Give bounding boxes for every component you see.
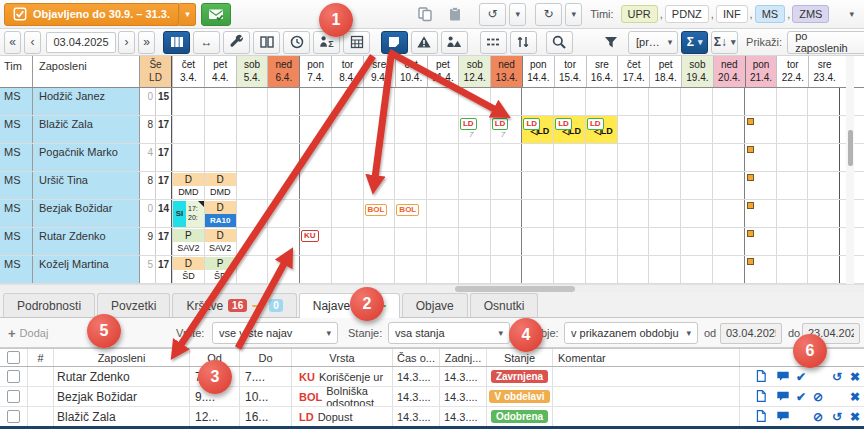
counters-table-button[interactable] xyxy=(343,31,370,54)
schedule-cell[interactable] xyxy=(521,172,553,199)
team-tag-inf[interactable]: INF xyxy=(716,5,748,23)
schedule-cell[interactable] xyxy=(236,144,268,171)
schedule-cell[interactable]: DDMD xyxy=(172,172,204,199)
schedule-cell[interactable] xyxy=(394,172,426,199)
schedule-cell[interactable] xyxy=(172,144,204,171)
schedule-cell[interactable] xyxy=(490,88,522,115)
document-icon[interactable] xyxy=(755,389,768,406)
last-page-button[interactable]: » xyxy=(138,31,155,54)
schedule-cell[interactable]: LD7 xyxy=(458,116,490,143)
schedule-cell[interactable] xyxy=(363,116,395,143)
schedule-cell[interactable] xyxy=(267,116,299,143)
revert-icon[interactable]: ↺ xyxy=(832,369,842,385)
split-columns-button[interactable] xyxy=(253,31,280,54)
filter-icon[interactable] xyxy=(598,31,625,54)
schedule-cell[interactable] xyxy=(299,200,331,227)
tab-podrobnosti[interactable]: Podrobnosti xyxy=(3,293,95,317)
schedule-cell[interactable] xyxy=(712,172,744,199)
approve-check-icon[interactable]: ✔ xyxy=(796,369,806,385)
schedule-cell[interactable] xyxy=(267,172,299,199)
schedule-cell[interactable] xyxy=(807,256,839,283)
schedule-cell[interactable] xyxy=(490,228,522,255)
day-header[interactable]: sob19.4. xyxy=(681,56,713,87)
schedule-cell[interactable] xyxy=(394,88,426,115)
schedule-cell[interactable] xyxy=(585,228,617,255)
horizontal-scrollbar[interactable] xyxy=(0,284,864,292)
bol-najava-badge[interactable]: BOL xyxy=(396,204,419,216)
schedule-cell[interactable] xyxy=(236,116,268,143)
schedule-cell[interactable] xyxy=(363,228,395,255)
day-header[interactable]: sre9.4. xyxy=(363,56,395,87)
schedule-cell[interactable] xyxy=(363,88,395,115)
day-header[interactable]: sre16.4. xyxy=(586,56,618,87)
schedule-cell[interactable] xyxy=(426,256,458,283)
schedule-cell[interactable]: DRA10 xyxy=(204,200,236,227)
expand-width-button[interactable]: ↔ xyxy=(193,31,220,54)
day-header[interactable]: pon14.4. xyxy=(522,56,554,87)
schedule-cell[interactable] xyxy=(648,256,680,283)
send-notifications-button[interactable] xyxy=(201,3,231,26)
vertical-scrollbar[interactable] xyxy=(846,56,854,284)
schedule-cell[interactable] xyxy=(712,144,744,171)
schedule-cell[interactable] xyxy=(267,144,299,171)
team-tag-zms[interactable]: ZMS xyxy=(792,5,829,23)
block-icon[interactable]: ⊘ xyxy=(813,409,823,425)
vertical-scrollbar-thumb[interactable] xyxy=(848,130,853,166)
add-najava-button[interactable]: + Dodaj xyxy=(8,322,48,344)
schedule-cell[interactable] xyxy=(807,200,839,227)
tab-najave[interactable]: Najave3 xyxy=(299,293,400,318)
schedule-cell[interactable] xyxy=(363,172,395,199)
schedule-cell[interactable] xyxy=(267,256,299,283)
day-header[interactable]: čet3.4. xyxy=(172,56,204,87)
schedule-cell[interactable] xyxy=(553,200,585,227)
schedule-cell[interactable] xyxy=(299,88,331,115)
schedule-cell[interactable] xyxy=(394,144,426,171)
schedule-cell[interactable] xyxy=(585,256,617,283)
schedule-cell[interactable]: BOL xyxy=(394,200,426,227)
schedule-cell[interactable] xyxy=(490,256,522,283)
employee-name-cell[interactable]: Rutar Zdenko xyxy=(33,228,140,255)
schedule-cell[interactable]: LD◁LD xyxy=(521,116,553,143)
document-icon[interactable] xyxy=(755,409,768,426)
day-header[interactable]: čet10.4. xyxy=(395,56,427,87)
schedule-cell[interactable] xyxy=(236,200,268,227)
ld-najava-badge[interactable]: LD xyxy=(587,118,604,130)
schedule-cell[interactable] xyxy=(394,228,426,255)
schedule-cell[interactable]: PŠD xyxy=(204,256,236,283)
row-checkbox[interactable] xyxy=(7,410,20,423)
schedule-cell[interactable] xyxy=(394,256,426,283)
schedule-cell[interactable] xyxy=(426,172,458,199)
stanje-dropdown[interactable]: vsa stanja▾ xyxy=(388,322,510,344)
schedule-cell[interactable] xyxy=(521,256,553,283)
tab-povzetki[interactable]: Povzetki xyxy=(97,293,170,317)
comment-icon[interactable] xyxy=(776,389,790,406)
day-header[interactable]: tor8.4. xyxy=(331,56,363,87)
day-header[interactable]: sre23.4. xyxy=(808,56,840,87)
day-header[interactable]: ned20.4. xyxy=(713,56,745,87)
ld-najava-badge[interactable]: LD xyxy=(460,118,477,130)
employee-name-cell[interactable]: Koželj Martina xyxy=(33,256,140,283)
schedule-cell[interactable] xyxy=(267,88,299,115)
schedule-cell[interactable]: PSAV2 xyxy=(172,228,204,255)
schedule-cell[interactable] xyxy=(585,88,617,115)
approve-check-icon[interactable]: ✔ xyxy=(796,389,806,405)
notes-najave-button[interactable] xyxy=(381,31,408,54)
day-header[interactable]: pet18.4. xyxy=(649,56,681,87)
schedule-cell[interactable] xyxy=(267,200,299,227)
day-header[interactable]: pet4.4. xyxy=(204,56,236,87)
schedule-cell[interactable] xyxy=(680,172,712,199)
schedule-cell[interactable] xyxy=(744,228,776,255)
schedule-cell[interactable] xyxy=(172,116,204,143)
day-header[interactable]: sob12.4. xyxy=(458,56,490,87)
publish-dropdown-caret[interactable]: ▾ xyxy=(179,3,196,26)
schedule-cell[interactable] xyxy=(331,200,363,227)
grouping-dropdown[interactable]: [pr…▾ xyxy=(628,31,678,54)
day-header[interactable]: tor15.4. xyxy=(554,56,586,87)
schedule-cell[interactable] xyxy=(585,144,617,171)
schedule-cell[interactable] xyxy=(331,144,363,171)
schedule-cell[interactable] xyxy=(331,228,363,255)
comment-icon[interactable] xyxy=(776,369,790,386)
obdobje-dropdown[interactable]: v prikazanem obdobju▾ xyxy=(564,322,698,344)
day-header[interactable]: pon7.4. xyxy=(299,56,331,87)
copy-icon-button[interactable] xyxy=(411,3,438,26)
